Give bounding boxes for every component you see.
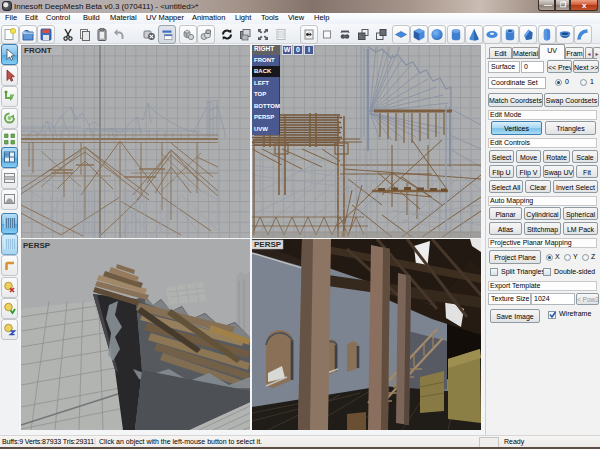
svg-text:FRONT: FRONT	[24, 46, 52, 55]
svg-text:PERSP: PERSP	[23, 241, 51, 250]
svg-text:PERSP: PERSP	[254, 240, 282, 249]
